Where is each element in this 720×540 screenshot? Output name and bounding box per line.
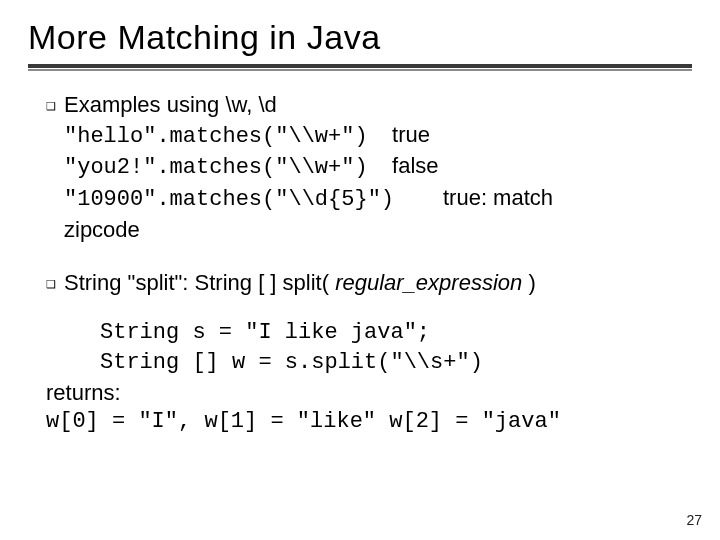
bullet-examples: ❑ Examples using \w, \d "hello".matches(… [46,90,686,244]
example-1-code: "hello".matches("\\w+") [64,124,368,149]
example-1-result: true [392,122,430,147]
content: ❑ Examples using \w, \d "hello".matches(… [46,90,686,437]
example-1: "hello".matches("\\w+") true [64,120,553,152]
title-block: More Matching in Java [28,18,381,57]
example-2-result: false [392,153,438,178]
split-lead-c: ) [522,270,535,295]
returns-label: returns: [46,378,686,408]
code-line-2: String [] w = s.split("\\s+") [100,348,686,378]
code-line-1: String s = "I like java"; [100,318,686,348]
examples-lead: Examples using \w, \d [64,90,553,120]
example-2: "you2!".matches("\\w+") false [64,151,553,183]
example-3-code: "10900".matches("\\d{5}") [64,187,394,212]
split-lead-b: regular_expression [335,270,522,295]
split-lead-a: String "split": String [ ] split( [64,270,335,295]
bullet-row: ❑ String "split": String [ ] split( regu… [46,268,686,298]
example-3-tail: zipcode [64,215,553,245]
bullet-body: String "split": String [ ] split( regula… [64,268,536,298]
split-example: String s = "I like java"; String [] w = … [46,318,686,437]
example-3-result: true: match [443,185,553,210]
page-number: 27 [686,512,702,528]
example-3: "10900".matches("\\d{5}") true: match [64,183,553,215]
slide-title: More Matching in Java [28,18,381,57]
title-underline [28,64,692,68]
example-2-code: "you2!".matches("\\w+") [64,155,368,180]
bullet-square-icon: ❑ [46,277,56,292]
bullet-row: ❑ Examples using \w, \d "hello".matches(… [46,90,686,244]
bullet-body: Examples using \w, \d "hello".matches("\… [64,90,553,244]
code-block: String s = "I like java"; String [] w = … [100,318,686,377]
bullet-split: ❑ String "split": String [ ] split( regu… [46,268,686,298]
returns-output: w[0] = "I", w[1] = "like" w[2] = "java" [46,407,686,437]
bullet-square-icon: ❑ [46,99,56,114]
slide: More Matching in Java ❑ Examples using \… [0,0,720,540]
